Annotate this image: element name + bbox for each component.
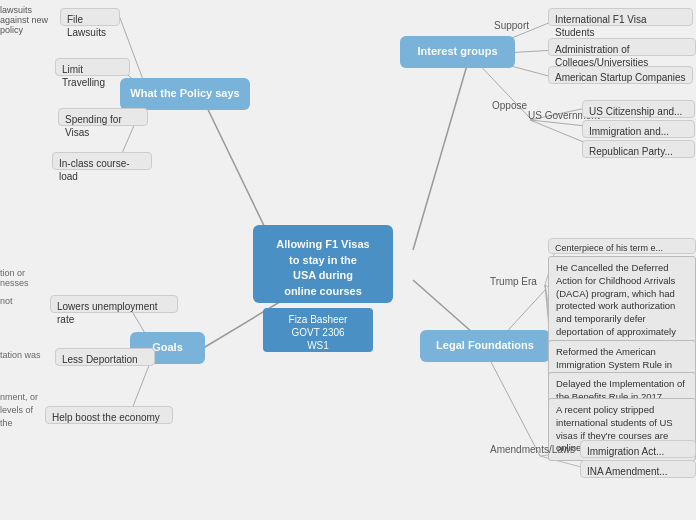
goals-desc-3: tation was — [0, 350, 41, 360]
file-lawsuits-node[interactable]: File Lawsuits — [60, 8, 120, 26]
mindmap-canvas: Allowing F1 Visas to stay in the USA dur… — [0, 0, 696, 520]
what-policy-label: What the Policy says — [130, 87, 239, 99]
inclass-courseload-node[interactable]: In-class course-load — [52, 152, 152, 170]
legal-foundations-label: Legal Foundations — [436, 339, 534, 351]
spending-visas-node[interactable]: Spending for Visas — [58, 108, 148, 126]
what-policy-node[interactable]: What the Policy says — [120, 78, 250, 110]
legal-foundations-node[interactable]: Legal Foundations — [420, 330, 550, 362]
goals-desc-4: nment, or — [0, 392, 38, 402]
admin-colleges-node[interactable]: Administration of Colleges/Universities — [548, 38, 696, 56]
svg-line-14 — [530, 120, 586, 143]
support-label: Support — [494, 20, 529, 31]
trump-centerpiece-node[interactable]: Centerpiece of his term e... — [548, 238, 696, 254]
author-section: WS1 — [271, 339, 365, 352]
us-citizenship-node[interactable]: US Citizenship and... — [582, 100, 695, 118]
goals-desc-1: tion ornesses — [0, 268, 44, 288]
center-node[interactable]: Allowing F1 Visas to stay in the USA dur… — [253, 225, 393, 303]
oppose-label: Oppose — [492, 100, 527, 111]
svg-line-1 — [413, 55, 470, 250]
immigration-act-node[interactable]: Immigration Act... — [580, 440, 696, 458]
ina-amendment-node[interactable]: INA Amendment... — [580, 460, 696, 478]
unemployment-node[interactable]: Lowers unemployment rate — [50, 295, 178, 313]
lawsuits-desc: lawsuits against new policy — [0, 5, 58, 35]
svg-line-24 — [490, 360, 540, 456]
economy-node[interactable]: Help boost the economy — [45, 406, 173, 424]
deportation-node[interactable]: Less Deportation — [55, 348, 155, 366]
author-node[interactable]: Fiza Basheer GOVT 2306 WS1 — [263, 308, 373, 352]
author-name: Fiza Basheer — [271, 313, 365, 326]
american-startups-node[interactable]: American Startup Companies — [548, 66, 693, 84]
goals-label: Goals — [152, 341, 183, 353]
interest-groups-label: Interest groups — [417, 45, 497, 57]
amendments-label: Amendments/Laws — [490, 444, 575, 455]
center-label: Allowing F1 Visas to stay in the USA dur… — [276, 238, 369, 297]
goals-desc-5: levels of — [0, 405, 33, 415]
goals-desc-6: the — [0, 418, 13, 428]
immigration-node[interactable]: Immigration and... — [582, 120, 695, 138]
goals-desc-2: not — [0, 296, 13, 306]
intl-f1-students-node[interactable]: International F1 Visa Students — [548, 8, 693, 26]
limit-travelling-node[interactable]: Limit Travelling — [55, 58, 130, 76]
author-course: GOVT 2306 — [271, 326, 365, 339]
interest-groups-node[interactable]: Interest groups — [400, 36, 515, 68]
trump-era-label: Trump Era — [490, 276, 537, 287]
republican-party-node[interactable]: Republican Party... — [582, 140, 695, 158]
